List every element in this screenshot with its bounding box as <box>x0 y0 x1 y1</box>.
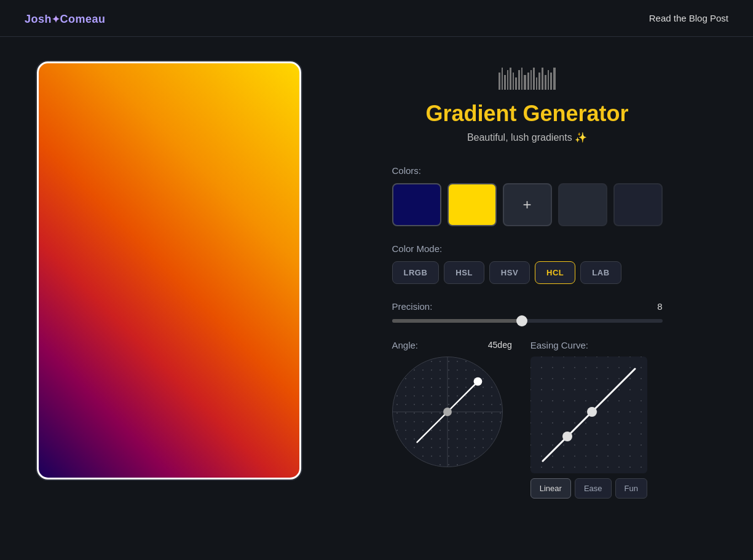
svg-point-6 <box>562 432 572 441</box>
logo-icon: ✦ <box>52 14 60 25</box>
easing-curve-container[interactable] <box>530 357 647 473</box>
easing-curve-label: Easing Curve: <box>530 340 663 350</box>
precision-header: Precision: 8 <box>392 301 663 312</box>
precision-section: Precision: 8 <box>392 301 663 323</box>
color-swatches: + <box>392 183 663 226</box>
ease-btn-fun[interactable]: Fun <box>615 478 647 499</box>
slider-fill <box>392 319 522 323</box>
blog-post-link[interactable]: Read the Blog Post <box>649 13 728 23</box>
mode-btn-hsl[interactable]: HSL <box>444 261 484 284</box>
colors-label: Colors: <box>392 165 663 176</box>
color-mode-label: Color Mode: <box>392 243 663 254</box>
precision-label: Precision: <box>392 301 433 312</box>
svg-line-1 <box>417 412 447 442</box>
color-swatch-empty-1 <box>558 183 607 226</box>
app-subtitle: Beautiful, lush gradients ✨ <box>338 132 716 143</box>
add-color-button[interactable]: + <box>503 183 552 226</box>
header: Josh✦Comeau Read the Blog Post <box>0 0 753 37</box>
dial-needle-svg <box>393 357 502 467</box>
color-mode-buttons: LRGB HSL HSV HCL LAB <box>392 261 663 284</box>
angle-section: Angle: 45deg <box>392 340 512 499</box>
bottom-row: Angle: 45deg <box>392 340 663 499</box>
angle-header: Angle: 45deg <box>392 340 512 350</box>
title-section: Gradient Generator Beautiful, lush gradi… <box>338 101 716 143</box>
controls-panel: Colors: + Color Mode: LRGB HSL HSV HCL <box>392 165 663 499</box>
svg-point-5 <box>587 407 597 417</box>
gradient-preview <box>37 61 301 479</box>
svg-point-3 <box>473 377 482 386</box>
logo-last: Comeau <box>60 13 106 25</box>
color-swatch-1[interactable] <box>392 183 441 226</box>
ease-btn-ease[interactable]: Ease <box>575 478 612 499</box>
dial-circle <box>392 357 503 467</box>
mode-btn-hsv[interactable]: HSV <box>489 261 530 284</box>
angle-dial[interactable] <box>392 357 503 467</box>
precision-slider[interactable] <box>392 319 663 323</box>
color-swatch-empty-2 <box>613 183 663 226</box>
right-panel: Gradient Generator Beautiful, lush gradi… <box>338 61 716 499</box>
svg-point-2 <box>443 408 452 416</box>
colors-section: Colors: + <box>392 165 663 226</box>
angle-label: Angle: <box>392 340 419 350</box>
logo: Josh✦Comeau <box>25 10 106 26</box>
easing-curve-svg <box>530 357 647 473</box>
easing-buttons: Linear Ease Fun <box>530 478 663 499</box>
angle-value: 45deg <box>488 340 512 350</box>
main-container: Gradient Generator Beautiful, lush gradi… <box>0 37 753 523</box>
mode-btn-lrgb[interactable]: LRGB <box>392 261 440 284</box>
precision-value: 8 <box>657 301 662 312</box>
color-swatch-2[interactable] <box>447 183 497 226</box>
app-title: Gradient Generator <box>338 101 716 127</box>
logo-text: Josh <box>25 13 52 25</box>
svg-line-0 <box>447 382 478 412</box>
color-mode-section: Color Mode: LRGB HSL HSV HCL LAB <box>392 243 663 284</box>
easing-section: Easing Curve: Linear Ease Fun <box>530 340 663 499</box>
barcode-icon <box>499 68 556 90</box>
mode-btn-hcl[interactable]: HCL <box>535 261 575 284</box>
ease-btn-linear[interactable]: Linear <box>530 478 571 499</box>
slider-thumb[interactable] <box>516 315 527 326</box>
mode-btn-lab[interactable]: LAB <box>580 261 621 284</box>
